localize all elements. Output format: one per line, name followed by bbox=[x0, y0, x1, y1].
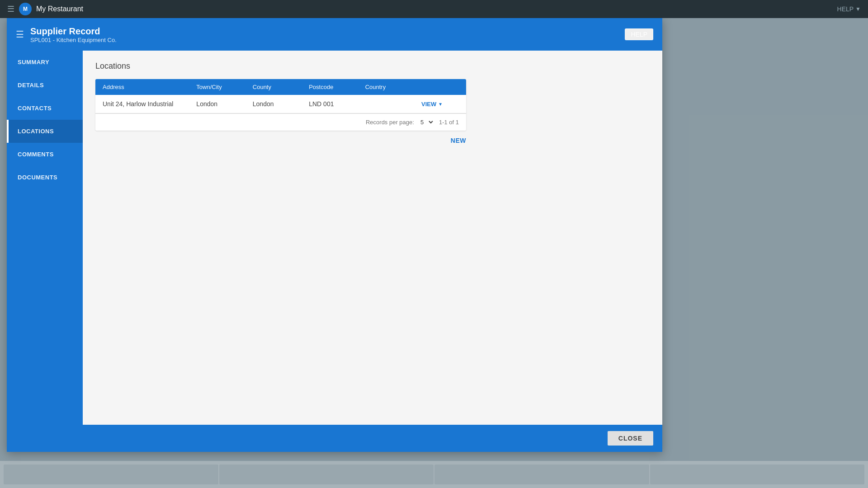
new-button-row: NEW bbox=[95, 137, 466, 144]
section-title: Locations bbox=[95, 61, 650, 71]
cell-actions: VIEW ▼ bbox=[421, 101, 459, 108]
table-row: Unit 24, Harlow Industrial London London… bbox=[95, 95, 466, 113]
view-button[interactable]: VIEW ▼ bbox=[421, 101, 459, 108]
pagination-range: 1-1 of 1 bbox=[439, 119, 459, 126]
cell-town: London bbox=[196, 100, 252, 108]
view-dropdown-icon[interactable]: ▼ bbox=[438, 102, 443, 107]
col-header-county: County bbox=[253, 84, 309, 90]
col-header-postcode: Postcode bbox=[309, 84, 365, 90]
modal-overlay: ☰ Supplier Record SPL001 - Kitchen Equip… bbox=[0, 18, 868, 488]
modal-subtitle: SPL001 - Kitchen Equipment Co. bbox=[30, 37, 117, 43]
top-nav-right: HELP ▼ bbox=[837, 5, 861, 13]
sidebar-item-comments[interactable]: COMMENTS bbox=[7, 143, 83, 166]
sidebar: SUMMARY DETAILS CONTACTS LOCATIONS COMME… bbox=[7, 51, 83, 425]
supplier-record-modal: ☰ Supplier Record SPL001 - Kitchen Equip… bbox=[7, 18, 662, 452]
top-help-button[interactable]: HELP bbox=[837, 5, 854, 13]
sidebar-item-summary[interactable]: SUMMARY bbox=[7, 51, 83, 74]
sidebar-item-documents[interactable]: DOCUMENTS bbox=[7, 166, 83, 189]
col-header-actions bbox=[421, 84, 459, 90]
modal-header: ☰ Supplier Record SPL001 - Kitchen Equip… bbox=[7, 18, 662, 51]
cell-postcode: LND 001 bbox=[309, 100, 365, 108]
sidebar-item-details[interactable]: DETAILS bbox=[7, 74, 83, 97]
cell-county: London bbox=[253, 100, 309, 108]
app-title: My Restaurant bbox=[36, 5, 83, 13]
help-dropdown-icon[interactable]: ▼ bbox=[855, 6, 861, 12]
modal-body: SUMMARY DETAILS CONTACTS LOCATIONS COMME… bbox=[7, 51, 662, 425]
modal-menu-icon[interactable]: ☰ bbox=[16, 29, 24, 40]
modal-help-button[interactable]: HELP bbox=[625, 28, 653, 40]
modal-title: Supplier Record bbox=[30, 26, 117, 37]
col-header-address: Address bbox=[103, 84, 196, 90]
modal-footer: CLOSE bbox=[7, 425, 662, 452]
close-button[interactable]: CLOSE bbox=[608, 431, 653, 446]
sidebar-item-contacts[interactable]: CONTACTS bbox=[7, 97, 83, 120]
menu-icon[interactable]: ☰ bbox=[7, 4, 14, 14]
top-navigation: ☰ M My Restaurant HELP ▼ bbox=[0, 0, 868, 18]
locations-table-card: Address Town/City County Postcode Countr… bbox=[95, 79, 466, 131]
col-header-town: Town/City bbox=[196, 84, 252, 90]
table-header-row: Address Town/City County Postcode Countr… bbox=[95, 79, 466, 95]
modal-title-block: Supplier Record SPL001 - Kitchen Equipme… bbox=[30, 26, 117, 43]
content-area: Locations Address Town/City County Postc… bbox=[83, 51, 662, 425]
cell-address: Unit 24, Harlow Industrial bbox=[103, 100, 196, 108]
top-nav-left: ☰ M My Restaurant bbox=[7, 3, 83, 15]
pagination-row: Records per page: 5 10 25 1-1 of 1 bbox=[95, 113, 466, 131]
records-per-page-label: Records per page: bbox=[366, 119, 414, 126]
new-button[interactable]: NEW bbox=[451, 137, 466, 144]
sidebar-item-locations[interactable]: LOCATIONS bbox=[7, 120, 83, 143]
col-header-country: Country bbox=[365, 84, 421, 90]
records-per-page-select[interactable]: 5 10 25 bbox=[419, 118, 434, 126]
app-logo: M bbox=[19, 3, 32, 15]
modal-header-left: ☰ Supplier Record SPL001 - Kitchen Equip… bbox=[16, 26, 117, 43]
